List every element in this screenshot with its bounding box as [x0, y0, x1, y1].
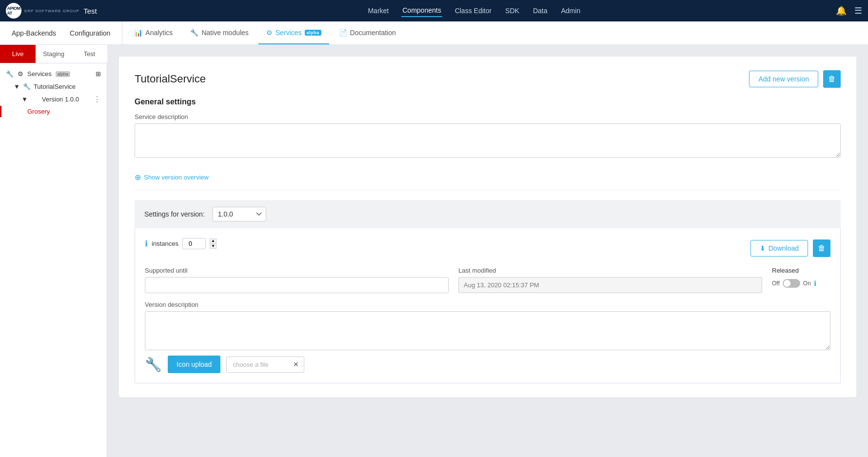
- card-header-actions: Add new version 🗑: [749, 70, 841, 88]
- analytics-icon: 📊: [134, 29, 142, 37]
- instances-label: instances: [152, 240, 178, 247]
- main-layout: Live Staging Test 🔧 ⚙ Services alpha ⊞ ▼…: [0, 45, 868, 457]
- version-chevron-icon: ▼: [21, 96, 28, 103]
- nav-market[interactable]: Market: [367, 5, 390, 17]
- nav-admin[interactable]: Admin: [560, 5, 581, 17]
- file-input-box: choose a file ✕: [226, 357, 304, 373]
- version-settings-bar: Settings for version: 1.0.0 2.0.0: [135, 200, 841, 228]
- logo-circle: APIOMAT: [6, 3, 21, 19]
- sidebar: Live Staging Test 🔧 ⚙ Services alpha ⊞ ▼…: [0, 45, 107, 457]
- instances-input[interactable]: [182, 238, 206, 249]
- nav-components[interactable]: Components: [401, 4, 442, 17]
- instances-and-actions: ℹ instances ▲ ▼ ⬇ Download: [145, 238, 830, 258]
- page-title: TutorialService: [135, 73, 206, 85]
- form-row-dates: Supported until Last modified Released O…: [145, 267, 830, 293]
- sidebar-item-services[interactable]: 🔧 ⚙ Services alpha ⊞: [0, 67, 107, 80]
- env-bar: Live Staging Test: [0, 45, 107, 63]
- released-info-icon[interactable]: ℹ: [814, 279, 816, 287]
- supported-until-input[interactable]: [145, 277, 449, 293]
- notification-bell-icon[interactable]: 🔔: [836, 5, 847, 16]
- tab-native-modules[interactable]: 🔧 Native modules: [182, 21, 256, 44]
- sidebar-grosery-item[interactable]: Grosery: [0, 106, 107, 117]
- instances-row: ℹ instances ▲ ▼: [145, 238, 217, 249]
- divider: [135, 190, 841, 190]
- hamburger-menu-icon[interactable]: ☰: [854, 5, 862, 16]
- app-name: Test: [83, 7, 97, 15]
- tab-analytics[interactable]: 📊 Analytics: [126, 21, 180, 44]
- version-description-input[interactable]: [145, 311, 830, 350]
- sidebar-tutorial-service[interactable]: ▼ 🔧 TutorialService: [0, 80, 107, 93]
- plus-circle-icon: ⊕: [135, 173, 141, 182]
- nav-class-editor[interactable]: Class Editor: [454, 5, 493, 17]
- second-nav-left: App-Backends Configuration: [0, 21, 122, 44]
- second-nav-tabs: 📊 Analytics 🔧 Native modules ⚙ Services …: [122, 21, 407, 44]
- show-version-overview-link[interactable]: ⊕ Show version overview: [135, 173, 209, 182]
- trash-version-icon: 🗑: [818, 244, 826, 253]
- env-live-button[interactable]: Live: [0, 45, 36, 63]
- last-modified-col: Last modified: [458, 267, 762, 293]
- instances-spinner: ▲ ▼: [210, 238, 217, 249]
- nav-sdk[interactable]: SDK: [504, 5, 520, 17]
- download-delete-row: ⬇ Download 🗑: [750, 239, 830, 257]
- version-more-icon[interactable]: ⋮: [93, 95, 101, 104]
- top-nav: APIOMAT ERP SOFTWARE GROUP Test Market C…: [0, 0, 868, 21]
- toggle-knob: [784, 280, 790, 287]
- content-card: TutorialService Add new version 🗑 Genera…: [119, 57, 856, 397]
- nav-data[interactable]: Data: [532, 5, 549, 17]
- released-toggle[interactable]: [783, 279, 800, 288]
- released-off-label: Off: [772, 280, 780, 287]
- tab-services[interactable]: ⚙ Services alpha: [258, 21, 329, 44]
- chevron-down-icon: ▼: [14, 83, 20, 90]
- delete-service-button[interactable]: 🗑: [823, 70, 841, 88]
- alpha-badge: alpha: [305, 30, 321, 36]
- last-modified-label: Last modified: [458, 267, 762, 274]
- icon-upload-button[interactable]: Icon upload: [168, 356, 220, 373]
- native-modules-icon: 🔧: [190, 29, 198, 37]
- choose-file-label: choose a file: [227, 357, 288, 372]
- version-description-label: Version description: [145, 301, 830, 308]
- supported-until-col: Supported until: [145, 267, 449, 293]
- top-nav-links: Market Components Class Editor SDK Data …: [113, 4, 836, 17]
- download-icon: ⬇: [760, 244, 766, 252]
- gear-icon: ⚙: [18, 70, 23, 78]
- trash-icon: 🗑: [828, 75, 836, 83]
- add-new-version-button[interactable]: Add new version: [749, 71, 818, 87]
- supported-until-label: Supported until: [145, 267, 449, 274]
- main-content-area: TutorialService Add new version 🗑 Genera…: [107, 45, 868, 457]
- logo: APIOMAT ERP SOFTWARE GROUP: [6, 3, 79, 19]
- version-select[interactable]: 1.0.0 2.0.0: [213, 207, 266, 221]
- file-clear-button[interactable]: ✕: [288, 358, 304, 371]
- last-modified-input: [458, 277, 762, 293]
- sidebar-section: 🔧 ⚙ Services alpha ⊞ ▼ 🔧 TutorialService…: [0, 63, 107, 121]
- second-nav: App-Backends Configuration 📊 Analytics 🔧…: [0, 21, 868, 45]
- service-description-input[interactable]: [135, 123, 841, 158]
- logo-subtext: ERP SOFTWARE GROUP: [24, 9, 79, 13]
- instances-increment-button[interactable]: ▲: [210, 238, 217, 243]
- sidebar-version[interactable]: ▼ Version 1.0.0 ⋮: [0, 93, 107, 106]
- released-on-label: On: [803, 280, 811, 287]
- instances-decrement-button[interactable]: ▼: [210, 244, 217, 249]
- env-staging-button[interactable]: Staging: [36, 45, 71, 63]
- service-icon: 🔧: [23, 83, 31, 90]
- grid-view-icon[interactable]: ⊞: [96, 70, 101, 78]
- released-label: Released: [772, 267, 830, 274]
- top-nav-right: 🔔 ☰: [836, 5, 862, 16]
- tab-documentation[interactable]: 📄 Documentation: [331, 21, 404, 44]
- wrench-cross-icon: 🔧: [145, 357, 162, 373]
- general-settings-title: General settings: [135, 98, 841, 106]
- icon-upload-row: 🔧 Icon upload choose a file ✕: [145, 356, 830, 373]
- version-description-section: Version description: [145, 301, 830, 352]
- delete-version-button[interactable]: 🗑: [813, 239, 830, 257]
- documentation-icon: 📄: [339, 29, 347, 37]
- env-test-button[interactable]: Test: [72, 45, 107, 63]
- nav-app-backends[interactable]: App-Backends: [8, 27, 60, 39]
- nav-configuration[interactable]: Configuration: [66, 27, 114, 39]
- service-description-label: Service description: [135, 113, 841, 120]
- services-alpha-badge: alpha: [56, 71, 70, 77]
- toggle-row: Off On ℹ: [772, 279, 830, 288]
- instances-info-icon[interactable]: ℹ: [145, 239, 148, 248]
- released-section: Released Off On ℹ: [772, 267, 830, 288]
- logo-text: APIOMAT: [7, 6, 20, 16]
- download-button[interactable]: ⬇ Download: [750, 240, 808, 257]
- version-settings-content: ℹ instances ▲ ▼ ⬇ Download: [135, 228, 841, 383]
